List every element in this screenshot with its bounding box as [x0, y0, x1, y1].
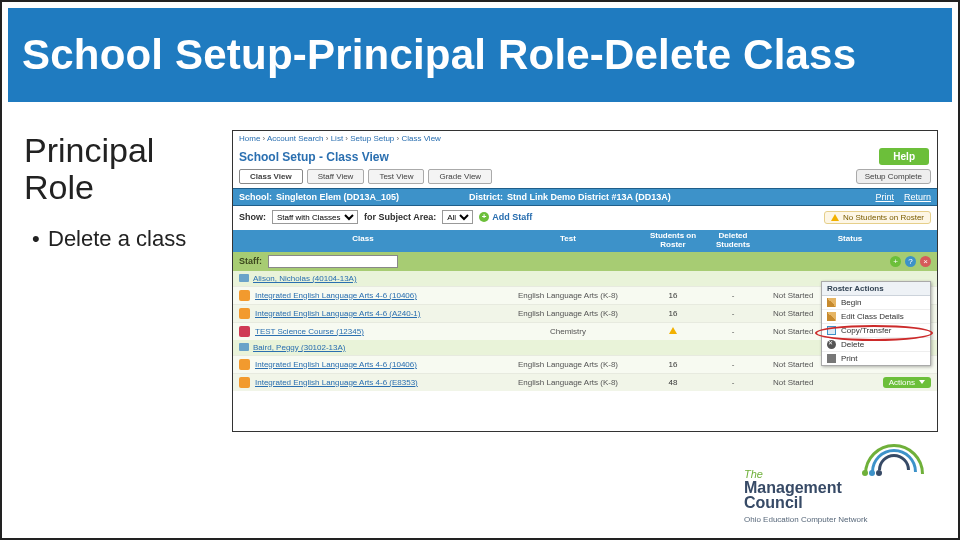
folder-icon — [239, 343, 249, 351]
district-label: District: — [469, 192, 503, 202]
add-staff-label: Add Staff — [492, 212, 532, 222]
menu-item-delete[interactable]: Delete — [822, 338, 930, 352]
staff-name-link[interactable]: Baird, Peggy (30102-13A) — [253, 343, 346, 352]
logo-line2: Council — [744, 495, 842, 510]
staff-search-input[interactable] — [268, 255, 398, 268]
breadcrumb[interactable]: Home › Account Search › List › Setup Set… — [233, 131, 937, 146]
show-label: Show: — [239, 212, 266, 222]
menu-item-copy[interactable]: Copy/Transfer — [822, 324, 930, 338]
crumb[interactable]: Setup Setup — [350, 134, 394, 143]
tab-class-view[interactable]: Class View — [239, 169, 303, 184]
crumb[interactable]: Class View — [401, 134, 440, 143]
status-cell: Not Started — [763, 378, 853, 387]
staff-label: Staff: — [239, 256, 262, 266]
menu-item-begin[interactable]: Begin — [822, 296, 930, 310]
app-screenshot: Home › Account Search › List › Setup Set… — [232, 130, 938, 432]
show-select[interactable]: Staff with Classes — [272, 210, 358, 224]
test-cell: English Language Arts (K-8) — [493, 309, 643, 318]
district-value: Stnd Link Demo District #13A (DD13A) — [507, 192, 671, 202]
folder-icon — [239, 274, 249, 282]
class-type-icon — [239, 308, 250, 319]
class-link[interactable]: Integrated English Language Arts 4-6 (A2… — [255, 309, 420, 318]
deleted-cell: - — [703, 378, 763, 387]
clear-icon[interactable]: × — [920, 256, 931, 267]
warning-icon — [669, 327, 677, 334]
test-cell: English Language Arts (K-8) — [493, 360, 643, 369]
copy-icon — [827, 326, 836, 335]
subject-select[interactable]: All — [442, 210, 473, 224]
setup-complete-button[interactable]: Setup Complete — [856, 169, 931, 184]
school-district-bar: School: Singleton Elem (DD13A_105) Distr… — [233, 188, 937, 206]
warning-icon — [831, 214, 839, 221]
logo-the: The — [744, 468, 842, 480]
logo-text: The Management Council — [744, 468, 842, 510]
print-icon — [827, 354, 836, 363]
help-button[interactable]: Help — [879, 148, 929, 165]
title-bar: School Setup-Principal Role-Delete Class — [8, 8, 952, 102]
actions-button[interactable]: Actions — [883, 377, 931, 388]
roster-cell — [643, 327, 703, 336]
roster-cell: 16 — [643, 309, 703, 318]
page-header: School Setup - Class View Help — [233, 146, 937, 169]
roster-cell: 16 — [643, 360, 703, 369]
warning-text: No Students on Roster — [843, 213, 924, 222]
page-title: School Setup - Class View — [239, 150, 389, 164]
return-link[interactable]: Return — [904, 192, 931, 202]
logo-arcs — [864, 444, 934, 498]
plus-icon: + — [479, 212, 489, 222]
caret-down-icon — [919, 380, 925, 384]
bullet-list: Delete a class — [24, 225, 214, 253]
for-label: for Subject Area: — [364, 212, 436, 222]
add-icon[interactable]: + — [890, 256, 901, 267]
class-link[interactable]: Integrated English Language Arts 4-6 (10… — [255, 291, 417, 300]
tab-grade-view[interactable]: Grade View — [428, 169, 492, 184]
deleted-cell: - — [703, 360, 763, 369]
filter-row: Show: Staff with Classes for Subject Are… — [233, 206, 937, 230]
deleted-cell: - — [703, 309, 763, 318]
col-class: Class — [233, 230, 493, 252]
left-column: Principal Role Delete a class — [24, 132, 214, 252]
class-link[interactable]: TEST Science Course (12345) — [255, 327, 364, 336]
crumb[interactable]: Home — [239, 134, 260, 143]
pencil-icon — [827, 312, 836, 321]
crumb[interactable]: Account Search — [267, 134, 323, 143]
staff-name-link[interactable]: Alison, Nicholas (40104-13A) — [253, 274, 357, 283]
menu-header: Roster Actions — [822, 282, 930, 296]
help-icon[interactable]: ? — [905, 256, 916, 267]
slide: School Setup-Principal Role-Delete Class… — [0, 0, 960, 540]
class-link[interactable]: Integrated English Language Arts 4-6 (E8… — [255, 378, 418, 387]
school-value: Singleton Elem (DD13A_105) — [276, 192, 399, 202]
slide-title: School Setup-Principal Role-Delete Class — [22, 31, 856, 79]
no-students-warning: No Students on Roster — [824, 211, 931, 224]
test-cell: Chemistry — [493, 327, 643, 336]
tab-staff-view[interactable]: Staff View — [307, 169, 365, 184]
pencil-icon — [827, 298, 836, 307]
staff-search-bar: Staff: + ? × — [233, 252, 937, 271]
add-staff-button[interactable]: + Add Staff — [479, 212, 532, 222]
menu-item-edit[interactable]: Edit Class Details — [822, 310, 930, 324]
delete-icon — [827, 340, 836, 349]
col-test: Test — [493, 230, 643, 252]
table-row: Integrated English Language Arts 4-6 (E8… — [233, 373, 937, 391]
menu-item-print[interactable]: Print — [822, 352, 930, 365]
bullet-item: Delete a class — [24, 225, 214, 253]
view-tabs: Class View Staff View Test View Grade Vi… — [239, 169, 492, 184]
class-type-icon — [239, 326, 250, 337]
class-link[interactable]: Integrated English Language Arts 4-6 (10… — [255, 360, 417, 369]
print-link[interactable]: Print — [875, 192, 894, 202]
col-deleted-students: Deleted Students — [703, 230, 763, 252]
col-students-on-roster: Students on Roster — [643, 230, 703, 252]
actions-menu: Roster Actions Begin Edit Class Details … — [821, 281, 931, 366]
class-type-icon — [239, 290, 250, 301]
section-heading: Principal Role — [24, 132, 214, 207]
logo-tagline: Ohio Education Computer Network — [744, 515, 868, 524]
deleted-cell: - — [703, 291, 763, 300]
tabs-row: Class View Staff View Test View Grade Vi… — [233, 169, 937, 188]
table-header: Class Test Students on Roster Deleted St… — [233, 230, 937, 252]
school-label: School: — [239, 192, 272, 202]
management-council-logo: The Management Council Ohio Education Co… — [744, 444, 934, 524]
tab-test-view[interactable]: Test View — [368, 169, 424, 184]
crumb[interactable]: List — [331, 134, 343, 143]
col-status: Status — [763, 230, 937, 252]
test-cell: English Language Arts (K-8) — [493, 378, 643, 387]
